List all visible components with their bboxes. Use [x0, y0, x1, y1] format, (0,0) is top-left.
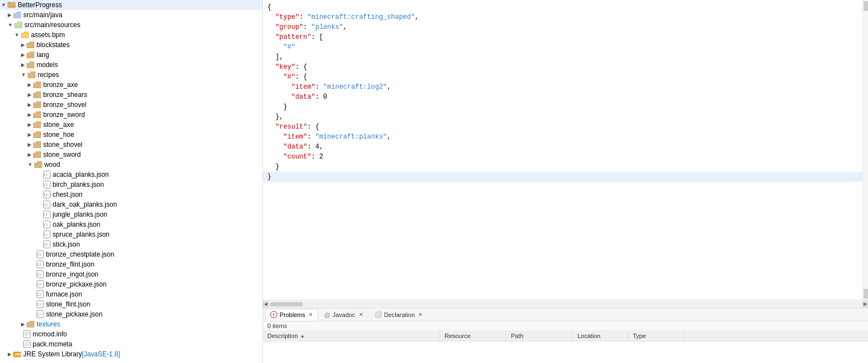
- jre-icon: JRE: [13, 350, 22, 359]
- code-text: }: [267, 102, 287, 112]
- tree-item-project[interactable]: ▼ BetterProgress: [0, 0, 262, 10]
- expand-arrow-stone-hoe: ▶: [28, 132, 32, 137]
- code-text: [267, 142, 283, 152]
- hscroll-thumb: [270, 302, 303, 306]
- tree-item-bronze-ingot[interactable]: {} bronze_ingot.json: [0, 269, 262, 279]
- tree-item-bronze-sword[interactable]: ▶ bronze_sword: [0, 110, 262, 120]
- vertical-scrollbar[interactable]: [862, 0, 868, 300]
- tree-item-stone-shovel[interactable]: ▶ stone_shovel: [0, 140, 262, 150]
- bottom-content: 0 items Description ▲ Resource Path Loca…: [263, 321, 868, 363]
- code-line: {: [263, 2, 862, 12]
- code-editor[interactable]: { "type": "minecraft:crafting_shaped", "…: [263, 0, 862, 300]
- expand-arrow-wood: ▼: [28, 162, 33, 167]
- tree-item-bronze-shovel[interactable]: ▶ bronze_shovel: [0, 100, 262, 110]
- bronze-chestplate-label: bronze_chestplate.json: [46, 250, 114, 258]
- tree-item-stone-flint[interactable]: {} stone_flint.json: [0, 299, 262, 309]
- code-text: [267, 92, 291, 102]
- code-number: 4: [315, 142, 319, 152]
- col-description[interactable]: Description ▲: [263, 331, 440, 341]
- tree-item-chest[interactable]: {} chest.json: [0, 190, 262, 200]
- bronze-axe-label: bronze_axe: [43, 81, 78, 89]
- col-path[interactable]: Path: [507, 331, 573, 341]
- acacia-planks-label: acacia_planks.json: [53, 171, 108, 178]
- tree-item-bronze-pickaxe[interactable]: {} bronze_pickaxe.json: [0, 279, 262, 289]
- tree-item-textures[interactable]: ▶ textures: [0, 319, 262, 329]
- tree-item-jre[interactable]: ▶ JRE JRE System Library [JavaSE-1.8]: [0, 349, 262, 359]
- items-count: 0 items: [263, 321, 868, 331]
- tree-item-stone-pickaxe[interactable]: {} stone_pickaxe.json: [0, 309, 262, 319]
- tree-item-spruce-planks[interactable]: {} spruce_planks.json: [0, 229, 262, 239]
- tree-item-lang[interactable]: ▶ lang: [0, 50, 262, 60]
- tree-item-acacia-planks[interactable]: {} acacia_planks.json: [0, 170, 262, 180]
- tree-item-jungle-planks[interactable]: {} jungle_planks.json: [0, 209, 262, 219]
- close-javadoc-icon[interactable]: ✕: [359, 311, 363, 318]
- code-text: ,: [319, 142, 323, 152]
- close-tab-icon[interactable]: ✕: [308, 311, 313, 318]
- tree-item-oak-planks[interactable]: {} oak_planks.json: [0, 219, 262, 229]
- code-number: 2: [319, 152, 323, 162]
- horizontal-scrollbar[interactable]: ◀ ▶: [263, 300, 868, 308]
- chest-icon: {}: [42, 190, 51, 199]
- stone-flint-label: stone_flint.json: [46, 300, 90, 308]
- tree-item-stone-hoe[interactable]: ▶ stone_hoe: [0, 130, 262, 140]
- tree-item-assets-bpm[interactable]: ▼ assets.bpm: [0, 30, 262, 40]
- col-type[interactable]: Type: [628, 331, 684, 341]
- tree-item-mcmod[interactable]: mcmod.info: [0, 329, 262, 339]
- editor-content: { "type": "minecraft:crafting_shaped", "…: [263, 0, 862, 300]
- close-decl-icon[interactable]: ✕: [418, 311, 422, 318]
- code-line: "pattern": [: [263, 32, 862, 42]
- tree-item-src-resources[interactable]: ▼ src/main/resources: [0, 20, 262, 30]
- code-text: ,: [387, 82, 391, 92]
- stone-shovel-icon: [33, 140, 42, 149]
- code-text: : {: [295, 72, 307, 82]
- tree-item-models[interactable]: ▶ models: [0, 60, 262, 70]
- tab-declaration[interactable]: ⬜ Declaration ✕: [369, 309, 428, 321]
- code-line: "data": 4,: [263, 142, 862, 152]
- tab-problems[interactable]: ! Problems ✕: [265, 309, 318, 321]
- file-explorer[interactable]: ▼ BetterProgress ▶ src/main/java ▼ src/m…: [0, 0, 263, 363]
- tree-item-bronze-flint[interactable]: {} bronze_flint.json: [0, 259, 262, 269]
- bronze-chestplate-icon: {}: [35, 250, 44, 259]
- tree-item-bronze-shears[interactable]: ▶ bronze_shears: [0, 90, 262, 100]
- stone-hoe-label: stone_hoe: [43, 131, 74, 139]
- tree-item-recipes[interactable]: ▼ recipes: [0, 70, 262, 80]
- code-text: ,: [343, 22, 347, 32]
- tree-item-wood[interactable]: ▼ wood: [0, 160, 262, 170]
- code-line: "result": {: [263, 122, 862, 132]
- tree-item-pack-mcmeta[interactable]: pack.mcmeta: [0, 339, 262, 349]
- textures-label: textures: [37, 320, 60, 328]
- stick-label: stick.json: [53, 241, 80, 248]
- wood-icon: [34, 160, 43, 169]
- scroll-right-button[interactable]: ▶: [862, 301, 868, 307]
- spruce-planks-label: spruce_planks.json: [53, 231, 110, 238]
- code-text: }: [267, 172, 271, 182]
- expand-arrow-bronze-axe: ▶: [28, 82, 32, 88]
- code-line: "data": 0: [263, 92, 862, 102]
- bronze-flint-icon: {}: [35, 260, 44, 269]
- bronze-ingot-label: bronze_ingot.json: [46, 270, 99, 278]
- jre-version-label: [JavaSE-1.8]: [82, 350, 120, 358]
- col-location[interactable]: Location: [573, 331, 628, 341]
- tree-item-dark-oak-planks[interactable]: {} dark_oak_planks.json: [0, 200, 262, 209]
- furnace-label: furnace.json: [46, 290, 82, 298]
- col-resource[interactable]: Resource: [440, 331, 507, 341]
- code-text: ],: [267, 52, 283, 62]
- mcmod-icon: [22, 330, 31, 339]
- tab-javadoc[interactable]: @ Javadoc ✕: [319, 309, 368, 321]
- tree-item-bronze-chestplate[interactable]: {} bronze_chestplate.json: [0, 249, 262, 259]
- scroll-left-button[interactable]: ◀: [263, 301, 268, 307]
- tree-item-bronze-axe[interactable]: ▶ bronze_axe: [0, 80, 262, 90]
- code-line-last: }: [263, 172, 862, 182]
- birch-planks-label: birch_planks.json: [53, 181, 104, 188]
- tree-item-src-java[interactable]: ▶ src/main/java: [0, 10, 262, 20]
- tree-item-stick[interactable]: {} stick.json: [0, 239, 262, 249]
- tree-item-furnace[interactable]: {} furnace.json: [0, 289, 262, 299]
- code-text: [267, 32, 275, 42]
- tree-item-stone-sword[interactable]: ▶ stone_sword: [0, 150, 262, 160]
- tree-item-blockstates[interactable]: ▶ blockstates: [0, 40, 262, 50]
- code-text: :: [299, 12, 307, 22]
- col-path-label: Path: [511, 333, 524, 339]
- tree-item-birch-planks[interactable]: {} birch_planks.json: [0, 180, 262, 190]
- code-string: "minecraft:log2": [323, 82, 387, 92]
- tree-item-stone-axe[interactable]: ▶ stone_axe: [0, 120, 262, 130]
